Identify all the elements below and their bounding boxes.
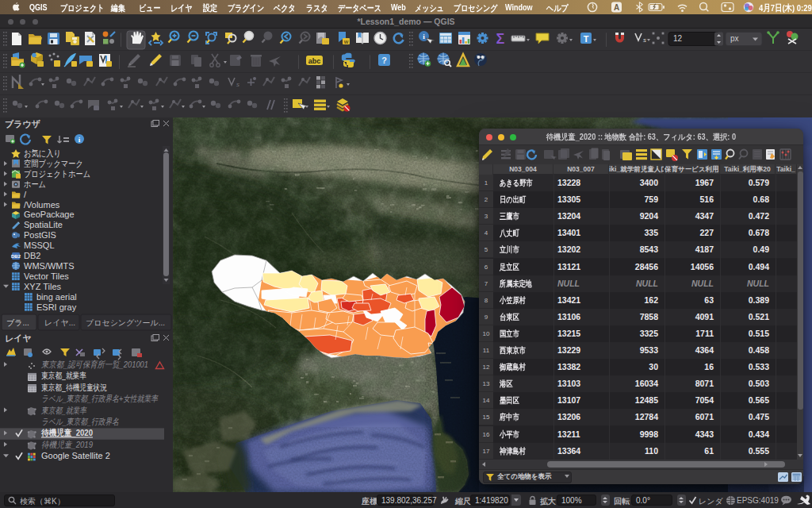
- svg-text:Google Satellite 2: Google Satellite 2: [41, 451, 110, 460]
- svg-text:プロセシングツール...: プロセシングツール...: [86, 318, 165, 327]
- svg-text:Σ: Σ: [496, 31, 505, 47]
- svg-text:px: px: [730, 34, 739, 43]
- svg-text:abc: abc: [308, 57, 321, 65]
- svg-text:待機児童_2019: 待機児童_2019: [41, 440, 93, 449]
- svg-text:お気に入り: お気に入り: [24, 148, 61, 158]
- svg-text:東京都_待機児童状況: 東京都_待機児童状況: [41, 383, 107, 392]
- svg-text:ブラウザ: ブラウザ: [5, 119, 41, 129]
- svg-text:東京都_認可保育所一覧_201001: 東京都_認可保育所一覧_201001: [41, 360, 148, 369]
- svg-text:東京都_就業率: 東京都_就業率: [41, 371, 86, 380]
- svg-text:レイヤ: レイヤ: [5, 333, 32, 343]
- svg-text:ブラ...: ブラ...: [6, 318, 29, 327]
- svg-text:ホーム: ホーム: [24, 179, 46, 189]
- svg-text:?: ?: [381, 56, 387, 65]
- svg-text:空間ブックマーク: 空間ブックマーク: [24, 159, 83, 168]
- svg-text:東京都_就業率: 東京都_就業率: [41, 406, 87, 415]
- svg-text:s: s: [643, 37, 646, 44]
- svg-text:ラベル_東京都_行政界名: ラベル_東京都_行政界名: [41, 417, 119, 426]
- svg-text:XYZ Tiles: XYZ Tiles: [24, 282, 62, 291]
- svg-text:/Volumes: /Volumes: [24, 200, 60, 210]
- svg-text:12: 12: [673, 34, 683, 43]
- svg-text:PostGIS: PostGIS: [24, 230, 56, 240]
- svg-text:MSSQL: MSSQL: [24, 241, 55, 250]
- svg-text:bing aerial: bing aerial: [36, 292, 77, 302]
- svg-text:WMS/WMTS: WMS/WMTS: [24, 261, 75, 271]
- svg-text:W: W: [344, 40, 349, 44]
- svg-text:T: T: [584, 34, 589, 44]
- svg-text:A: A: [614, 3, 619, 12]
- svg-text:レイヤ...: レイヤ...: [44, 318, 75, 327]
- svg-text:プロジェクトホーム: プロジェクトホーム: [24, 169, 90, 179]
- svg-text:s: s: [236, 81, 239, 88]
- svg-text:ESRI gray: ESRI gray: [36, 302, 77, 312]
- svg-text:SpatiaLite: SpatiaLite: [24, 220, 63, 229]
- svg-text:DB2: DB2: [11, 254, 21, 259]
- svg-text:ラベル_東京都_行政界名+女性就業率: ラベル_東京都_行政界名+女性就業率: [41, 394, 159, 403]
- svg-text:Vector Tiles: Vector Tiles: [24, 271, 69, 281]
- svg-text:GeoPackage: GeoPackage: [24, 210, 75, 219]
- svg-text:DB2: DB2: [24, 251, 40, 260]
- svg-text:待機児童_2020: 待機児童_2020: [40, 428, 93, 437]
